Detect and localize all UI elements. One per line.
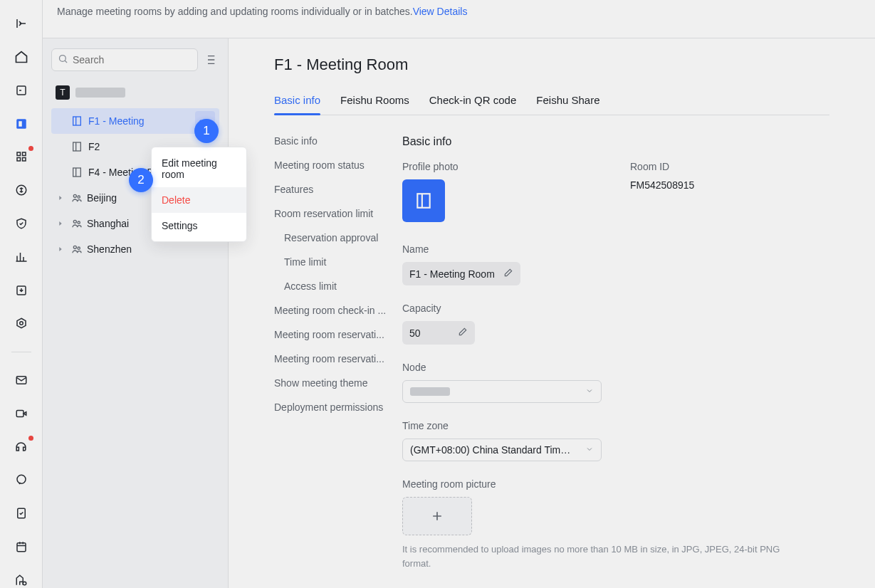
name-label: Name (402, 243, 829, 255)
view-details-link[interactable]: View Details (413, 6, 468, 17)
analytics-icon[interactable] (13, 248, 30, 265)
capacity-label: Capacity (402, 303, 829, 314)
picture-help-text: It is recommended to upload images no mo… (402, 542, 808, 570)
nav-reservation-limit[interactable]: Room reservation limit (274, 208, 389, 219)
settings-icon[interactable] (13, 315, 30, 332)
svg-rect-4 (22, 152, 26, 156)
name-value: F1 - Meeting Room (409, 268, 495, 280)
search-input-wrapper[interactable] (51, 48, 198, 71)
svg-rect-3 (17, 152, 21, 156)
svg-rect-30 (417, 194, 429, 208)
org-badge: T (56, 85, 70, 100)
capacity-field[interactable]: 50 (402, 321, 475, 345)
support-icon[interactable] (13, 439, 30, 455)
edit-icon[interactable] (503, 268, 513, 280)
home-icon[interactable] (13, 49, 30, 65)
svg-rect-15 (17, 543, 26, 552)
mail-icon[interactable] (13, 372, 30, 389)
tab-checkin-qr[interactable]: Check-in QR code (429, 88, 517, 115)
edit-icon[interactable] (458, 327, 468, 339)
svg-point-17 (60, 56, 66, 62)
node-value-placeholder (410, 387, 450, 396)
chat-icon[interactable] (13, 472, 30, 488)
nav-access-limit[interactable]: Access limit (274, 280, 389, 292)
video-icon[interactable] (13, 405, 30, 421)
search-input[interactable] (73, 54, 192, 65)
room-id-value: FM542508915 (630, 179, 829, 191)
svg-rect-18 (73, 117, 81, 125)
ctx-settings[interactable]: Settings (152, 213, 246, 238)
security-icon[interactable] (13, 216, 30, 232)
svg-point-13 (17, 476, 26, 484)
nav-reservation-2[interactable]: Meeting room reservati... (274, 353, 389, 364)
root-node[interactable]: T (51, 81, 219, 104)
tabs: Basic info Feishu Rooms Check-in QR code… (274, 88, 829, 115)
profile-photo-label: Profile photo (402, 161, 602, 172)
section-nav: Basic info Meeting room status Features … (274, 135, 389, 587)
tab-feishu-share[interactable]: Feishu Share (536, 88, 599, 115)
callout-badge-2: 2 (129, 168, 153, 192)
city-label: Shenzhen (87, 243, 132, 255)
nav-show-theme[interactable]: Show meeting theme (274, 377, 389, 389)
timezone-select[interactable]: (GMT+08:00) China Standard Time... (402, 439, 602, 461)
profile-photo[interactable] (402, 179, 445, 222)
context-menu: Edit meeting room Delete Settings (151, 147, 247, 242)
people-icon (71, 192, 83, 204)
nav-time-limit[interactable]: Time limit (274, 256, 389, 268)
svg-point-24 (73, 194, 76, 197)
ctx-delete[interactable]: Delete (152, 187, 246, 213)
search-icon (58, 53, 68, 66)
nav-features[interactable]: Features (274, 184, 389, 195)
nav-reservation-1[interactable]: Meeting room reservati... (274, 329, 389, 340)
people-icon (71, 218, 83, 229)
room-icon (71, 115, 83, 127)
svg-rect-5 (17, 158, 21, 162)
node-select[interactable] (402, 380, 602, 403)
svg-point-25 (78, 196, 80, 198)
tab-feishu-rooms[interactable]: Feishu Rooms (340, 88, 409, 115)
svg-rect-23 (73, 168, 81, 177)
svg-rect-6 (22, 158, 26, 162)
page-title: F1 - Meeting Room (274, 56, 829, 74)
svg-rect-12 (16, 410, 23, 416)
picture-label: Meeting room picture (402, 478, 829, 490)
billing-icon[interactable] (13, 182, 30, 199)
svg-point-16 (23, 582, 26, 585)
meeting-rooms-icon[interactable] (13, 115, 30, 132)
download-icon[interactable] (13, 282, 30, 298)
city-label: Shanghai (87, 218, 129, 229)
task-icon[interactable] (13, 505, 30, 522)
nav-deployment[interactable]: Deployment permissions (274, 401, 389, 413)
apps-icon[interactable] (13, 149, 30, 165)
chevron-right-icon (57, 246, 67, 253)
nav-room-status[interactable]: Meeting room status (274, 159, 389, 171)
room-label: F1 - Meeting (88, 115, 145, 127)
tab-basic-info[interactable]: Basic info (274, 88, 320, 115)
ctx-edit[interactable]: Edit meeting room (152, 150, 246, 187)
city-label: Beijing (87, 192, 117, 204)
info-banner: Manage meeting rooms by adding and updat… (43, 0, 875, 38)
calendar-icon[interactable] (13, 538, 30, 555)
banner-text: Manage meeting rooms by adding and updat… (57, 6, 413, 17)
svg-point-26 (73, 220, 76, 223)
room-id-label: Room ID (630, 161, 829, 172)
room-icon (71, 167, 83, 178)
chevron-right-icon (57, 194, 67, 201)
workspace-icon[interactable] (13, 572, 30, 588)
nav-checkin[interactable]: Meeting room check-in ... (274, 305, 389, 316)
node-label: Node (402, 362, 829, 373)
list-icon[interactable] (13, 83, 30, 99)
name-field[interactable]: F1 - Meeting Room (402, 262, 520, 285)
picture-uploader[interactable] (402, 497, 472, 535)
nav-basic-info[interactable]: Basic info (274, 135, 389, 147)
filter-button[interactable] (202, 48, 219, 71)
timezone-value: (GMT+08:00) China Standard Time... (410, 444, 574, 456)
svg-rect-2 (19, 121, 22, 127)
svg-point-29 (78, 247, 80, 249)
callout-badge-1: 1 (194, 119, 219, 143)
org-name-placeholder (75, 88, 125, 98)
timezone-label: Time zone (402, 420, 829, 431)
nav-reservation-approval[interactable]: Reservation approval (274, 232, 389, 243)
collapse-icon[interactable] (13, 16, 30, 32)
room-icon (71, 141, 83, 152)
